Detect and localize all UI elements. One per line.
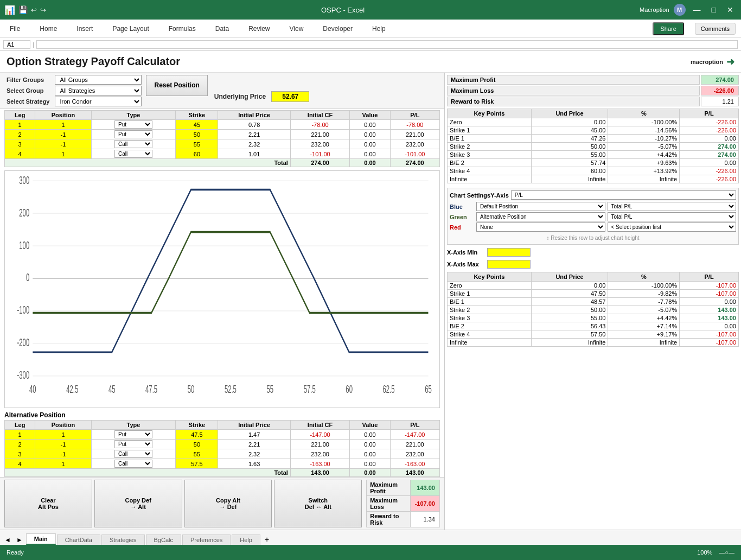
tab-data[interactable]: Data	[211, 22, 233, 36]
alt-leg-strike[interactable]: 55	[176, 449, 218, 459]
leg-type[interactable]: Call	[91, 139, 176, 149]
alt-leg-pos[interactable]: -1	[35, 440, 91, 449]
clear-alt-pos-button[interactable]: Clear Alt Pos	[4, 480, 92, 527]
chart-area: 300 200 100 0 -100 -200 -300 40 42.5 45 …	[4, 170, 440, 408]
yaxis-select[interactable]: P/L	[511, 190, 736, 200]
filter-groups-select[interactable]: All Groups	[55, 75, 142, 85]
col-type: Type	[91, 111, 176, 120]
xaxis-max-input[interactable]	[487, 260, 531, 269]
alt-col-initial-price: Initial Price	[218, 421, 290, 430]
tab-home[interactable]: Home	[35, 22, 61, 36]
bottom-buttons-area: Clear Alt Pos Copy Def → Alt Copy Alt → …	[0, 477, 444, 530]
alt-max-profit-label: Maximum Profit	[367, 480, 410, 496]
copy-alt-to-def-button[interactable]: Copy Alt → Def	[184, 480, 272, 527]
leg-type[interactable]: Call	[91, 149, 176, 159]
leg-strike[interactable]: 60	[176, 149, 218, 159]
zoom-slider[interactable]: ―○―	[719, 549, 734, 556]
yaxis-label: Y-Axis	[490, 192, 509, 199]
comments-button[interactable]: Comments	[695, 23, 736, 35]
alt-leg-type[interactable]: Put	[91, 440, 176, 449]
reset-position-button[interactable]: Reset Position	[146, 75, 207, 96]
alt-leg-strike[interactable]: 50	[176, 440, 218, 449]
user-name: Macroption	[640, 7, 669, 13]
green-position-select[interactable]: Alternative Position	[476, 212, 605, 221]
tab-page-layout[interactable]: Page Layout	[108, 22, 153, 36]
tab-file[interactable]: File	[5, 22, 24, 36]
sheet-tab-chartdata[interactable]: ChartData	[57, 534, 100, 545]
leg-position[interactable]: -1	[35, 139, 91, 149]
svg-text:100: 100	[19, 239, 29, 251]
red-line-settings: Red None < Select position first	[450, 222, 736, 232]
alt-leg-strike[interactable]: 57.5	[176, 459, 218, 469]
alt-leg-pos[interactable]: -1	[35, 449, 91, 459]
resize-hint: ↕ Resize this row to adjust chart height	[450, 234, 736, 242]
table-row: 4 1 Call 60 1.01 -101.00 0.00 -101.00	[5, 149, 440, 159]
quick-access-save[interactable]: 💾	[18, 5, 28, 14]
leg-position[interactable]: -1	[35, 130, 91, 139]
sheet-tab-help[interactable]: Help	[232, 534, 260, 545]
alt-leg-pos[interactable]: 1	[35, 459, 91, 469]
red-pl-select[interactable]: < Select position first	[608, 222, 737, 232]
add-sheet-button[interactable]: +	[261, 534, 272, 545]
tab-help[interactable]: Help	[368, 22, 390, 36]
svg-text:0: 0	[26, 271, 29, 283]
leg-position[interactable]: 1	[35, 149, 91, 159]
share-button[interactable]: Share	[653, 22, 683, 35]
title-bar: 📊 💾 ↩ ↪ OSPC - Excel Macroption M — □ ✕	[0, 0, 741, 20]
formula-bar: A1 |	[0, 38, 741, 51]
svg-text:62.5: 62.5	[383, 383, 395, 394]
tab-formulas[interactable]: Formulas	[164, 22, 200, 36]
alt-leg-num: 3	[5, 449, 35, 459]
svg-text:42.5: 42.5	[66, 383, 78, 394]
kpa-col-label: Key Points	[448, 272, 532, 282]
minimize-btn[interactable]: —	[690, 5, 704, 14]
green-label: Green	[450, 214, 474, 220]
copy-def-to-alt-button[interactable]: Copy Def → Alt	[94, 480, 182, 527]
select-group-select[interactable]: All Strategies	[55, 86, 142, 96]
leg-type[interactable]: Put	[91, 130, 176, 139]
alt-leg-strike[interactable]: 47.5	[176, 430, 218, 440]
status-bar: Ready 100% ―○―	[0, 545, 741, 560]
quick-access-redo[interactable]: ↪	[40, 6, 46, 14]
xaxis-min-input[interactable]	[487, 248, 531, 257]
switch-def-alt-button[interactable]: Switch Def ↔ Alt	[274, 480, 362, 527]
tab-review[interactable]: Review	[244, 22, 274, 36]
leg-strike[interactable]: 45	[176, 120, 218, 130]
kp-col-und: Und Price	[531, 109, 608, 118]
leg-strike[interactable]: 50	[176, 130, 218, 139]
alt-leg-price: 2.21	[218, 440, 290, 449]
alt-leg-type[interactable]: Call	[91, 459, 176, 469]
underlying-price-value[interactable]: 52.67	[271, 91, 309, 102]
close-btn[interactable]: ✕	[724, 5, 737, 14]
chart-settings-panel: Chart Settings Y-Axis P/L Blue Default P…	[447, 188, 739, 245]
maximize-btn[interactable]: □	[708, 5, 719, 14]
sheet-tab-strategies[interactable]: Strategies	[101, 534, 145, 545]
alt-leg-pos[interactable]: 1	[35, 430, 91, 440]
blue-position-select[interactable]: Default Position	[476, 202, 605, 211]
sheet-tab-bgcalc[interactable]: BgCalc	[146, 534, 181, 545]
leg-strike[interactable]: 55	[176, 139, 218, 149]
green-pl-select[interactable]: Total P/L	[608, 212, 737, 221]
tab-insert[interactable]: Insert	[72, 22, 97, 36]
formula-input[interactable]	[36, 40, 738, 49]
cell-name-box[interactable]: A1	[3, 40, 30, 49]
red-position-select[interactable]: None	[476, 222, 605, 232]
leg-type[interactable]: Put	[91, 120, 176, 130]
tab-nav-left[interactable]: ◄	[2, 535, 13, 545]
alt-leg-num: 1	[5, 430, 35, 440]
leg-value: 0.00	[350, 149, 390, 159]
list-item: B/E 2 56.43 +7.14% 0.00	[448, 322, 739, 330]
sheet-tab-main[interactable]: Main	[26, 533, 56, 545]
alt-leg-type[interactable]: Put	[91, 430, 176, 440]
underlying-area: Underlying Price 52.67	[212, 91, 309, 102]
quick-access-undo[interactable]: ↩	[31, 6, 37, 14]
tab-developer[interactable]: Developer	[318, 22, 357, 36]
blue-pl-select[interactable]: Total P/L	[608, 202, 737, 211]
alt-leg-type[interactable]: Call	[91, 449, 176, 459]
leg-position[interactable]: 1	[35, 120, 91, 130]
sheet-tab-preferences[interactable]: Preferences	[182, 534, 231, 545]
alt-leg-value: 0.00	[350, 459, 390, 469]
select-strategy-select[interactable]: Iron Condor	[55, 97, 142, 106]
tab-view[interactable]: View	[285, 22, 308, 36]
tab-nav-right[interactable]: ►	[14, 535, 25, 545]
